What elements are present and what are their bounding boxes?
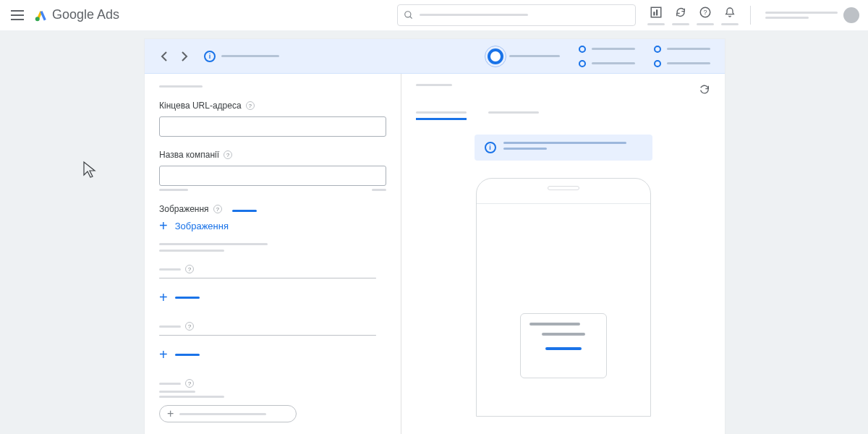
company-input[interactable]	[159, 166, 386, 186]
search-icon	[404, 10, 414, 20]
svg-text:?: ?	[703, 9, 707, 16]
svg-rect-4	[656, 9, 658, 15]
preview-tab-2[interactable]	[488, 111, 539, 120]
google-ads-icon	[35, 9, 48, 22]
form-panel: Кінцева URL-адреса ? Назва компанії ?	[145, 74, 401, 434]
hamburger-menu[interactable]	[9, 7, 26, 24]
info-icon: i	[204, 51, 216, 62]
help-icon[interactable]: ?	[246, 101, 255, 110]
company-label: Назва компанії ?	[159, 150, 386, 160]
avatar[interactable]	[843, 7, 859, 23]
notifications-icon[interactable]	[722, 4, 738, 20]
search-input[interactable]	[397, 4, 636, 26]
step-2b[interactable]	[579, 60, 635, 67]
plus-icon: +	[167, 408, 174, 420]
svg-rect-3	[653, 12, 655, 15]
device-preview	[476, 178, 651, 417]
preview-refresh-icon[interactable]	[699, 84, 710, 98]
plus-icon: +	[159, 218, 168, 233]
help-icon[interactable]: ?	[185, 265, 194, 273]
preview-tab-1[interactable]	[416, 111, 467, 120]
chip-input[interactable]: +	[159, 405, 297, 422]
refresh-icon[interactable]	[673, 4, 689, 20]
ad-preview-card	[520, 313, 607, 378]
svg-point-1	[405, 11, 411, 17]
step-current[interactable]	[488, 48, 560, 64]
back-arrow[interactable]	[159, 51, 169, 61]
svg-point-0	[35, 17, 40, 21]
step-3a[interactable]	[654, 46, 710, 53]
help-icon[interactable]: ?	[213, 205, 222, 213]
info-icon: i	[485, 142, 496, 153]
help-icon[interactable]: ?	[697, 4, 713, 20]
mouse-cursor	[82, 161, 98, 182]
url-label: Кінцева URL-адреса ?	[159, 101, 386, 111]
reports-icon[interactable]	[648, 4, 664, 20]
add-item-2-button[interactable]: +	[159, 343, 386, 366]
search-placeholder	[420, 14, 528, 16]
preview-panel: i	[401, 74, 725, 434]
logo: Google Ads	[35, 7, 119, 22]
step-2a[interactable]	[579, 46, 635, 53]
step-3b[interactable]	[654, 60, 710, 67]
info-banner: i	[475, 135, 652, 161]
forward-arrow[interactable]	[179, 51, 190, 61]
account-switcher[interactable]	[765, 7, 859, 23]
help-icon[interactable]: ?	[185, 379, 194, 388]
images-label: Зображення ?	[159, 204, 222, 214]
help-icon[interactable]: ?	[224, 150, 232, 159]
plus-icon: +	[159, 347, 168, 362]
plus-icon: +	[159, 290, 168, 305]
help-icon[interactable]: ?	[185, 322, 194, 331]
stepper-bar: i	[145, 39, 725, 74]
add-images-button[interactable]: + Зображення	[159, 214, 386, 237]
url-input[interactable]	[159, 116, 386, 137]
logo-text: Google Ads	[52, 7, 119, 22]
add-item-1-button[interactable]: +	[159, 286, 386, 309]
